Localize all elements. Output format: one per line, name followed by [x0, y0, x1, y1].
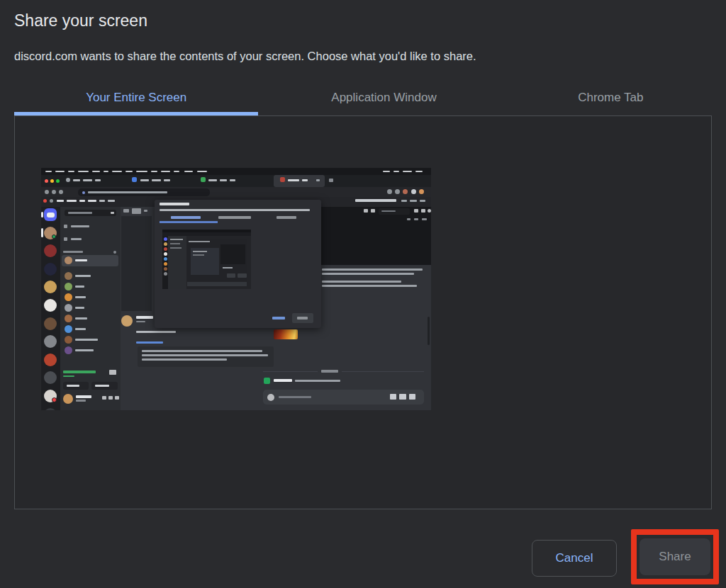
thumb-shape	[193, 251, 207, 252]
thumb-shape	[108, 200, 115, 203]
thumb-shape	[152, 179, 161, 181]
thumb-shape	[50, 199, 53, 203]
thumb-shape	[75, 317, 87, 320]
thumb-window-title	[355, 199, 396, 202]
thumb-shape	[187, 282, 247, 286]
thumb-inbox-icon	[414, 209, 418, 213]
thumb-shape	[414, 218, 418, 220]
thumb-mini-avatar-dot	[164, 267, 167, 271]
thumb-extension-icon	[411, 189, 416, 194]
thumb-date-divider-label	[321, 370, 338, 373]
thumb-stream-icon	[264, 378, 270, 384]
thumb-shape	[125, 171, 133, 173]
thumb-shape	[75, 275, 91, 278]
thumb-shape	[220, 244, 245, 264]
thumb-sticker-icon	[409, 394, 415, 400]
thumb-shape	[136, 331, 176, 333]
thumb-shape	[113, 251, 116, 254]
preview-panel	[14, 115, 712, 509]
thumb-shape	[76, 395, 91, 398]
thumb-shape	[160, 209, 310, 211]
thumb-shape	[193, 254, 204, 256]
thumb-section-header	[63, 251, 83, 253]
thumb-channel-icon	[64, 225, 67, 228]
thumb-members-icon	[371, 209, 375, 213]
thumb-stream-region	[320, 207, 431, 265]
thumb-shape	[223, 267, 233, 268]
cancel-button[interactable]: Cancel	[532, 540, 617, 577]
thumb-shape	[75, 296, 86, 299]
thumb-dm-avatar	[65, 325, 72, 333]
thumb-nested-underline	[160, 221, 218, 223]
thumb-extension-icon	[419, 189, 424, 194]
thumb-shape	[142, 354, 268, 356]
thumb-shape	[112, 171, 122, 173]
thumb-date-divider-line	[263, 371, 424, 372]
thumb-server-indicator	[41, 212, 43, 217]
thumb-shape	[170, 243, 180, 244]
tab-application-window[interactable]: Application Window	[258, 84, 509, 112]
thumb-shape	[75, 339, 98, 341]
thumb-voice-status	[63, 371, 96, 373]
thumb-shape	[220, 179, 227, 181]
thumb-shape	[123, 209, 129, 213]
thumb-shape	[297, 317, 308, 320]
thumb-dm-avatar	[65, 315, 72, 322]
thumb-nested-cancel	[272, 317, 285, 320]
thumb-embed-image	[274, 329, 298, 339]
thumb-popout	[121, 216, 152, 311]
thumb-shape	[95, 179, 101, 181]
screen-preview-thumbnail[interactable]	[41, 168, 431, 410]
thumb-favicon-gray	[66, 178, 70, 182]
thumb-shape	[75, 349, 94, 352]
thumb-dm-avatar	[65, 272, 72, 280]
thumb-shape	[83, 179, 92, 181]
thumb-mini-avatar-dot	[164, 242, 167, 246]
thumb-favicon-blue	[132, 177, 137, 182]
thumb-shape	[136, 321, 145, 323]
thumb-shape	[88, 191, 167, 193]
thumb-shape	[277, 216, 296, 219]
thumb-shape	[67, 200, 77, 203]
share-button[interactable]: Share	[640, 538, 710, 575]
thumb-server-avatar	[44, 299, 57, 312]
thumb-dm-avatar	[65, 283, 72, 290]
thumb-shape	[95, 385, 109, 387]
thumb-shape	[316, 179, 320, 181]
tab-your-entire-screen[interactable]: Your Entire Screen	[14, 84, 258, 112]
thumb-gift-icon	[390, 394, 396, 400]
thumb-shape	[407, 218, 411, 220]
thumb-dm-avatar	[65, 256, 72, 264]
thumb-server-avatar	[44, 317, 57, 330]
thumb-shape	[227, 273, 235, 278]
thumb-shape	[393, 171, 399, 173]
thumb-shape	[71, 225, 89, 227]
thumb-shape	[75, 259, 87, 262]
thumb-shape	[302, 179, 308, 181]
thumb-shape	[161, 171, 170, 173]
thumb-pin-icon	[364, 209, 368, 213]
thumb-user-avatar	[63, 394, 73, 404]
thumb-shape	[401, 200, 407, 203]
thumb-shape	[144, 210, 147, 212]
thumb-shape	[71, 238, 82, 240]
thumb-extension-icon	[387, 189, 392, 194]
thumb-shape	[99, 200, 105, 203]
thumb-shape	[142, 358, 227, 361]
thumb-traffic-light-close	[45, 179, 48, 183]
thumb-shape	[151, 171, 157, 173]
thumb-mic-icon	[102, 396, 106, 400]
thumb-dm-avatar	[65, 336, 72, 344]
thumb-shape	[142, 350, 262, 352]
thumb-discord-glyph	[47, 213, 55, 217]
thumb-traffic-light-minimize	[50, 179, 54, 183]
thumb-shape	[383, 171, 390, 173]
thumb-attach-icon	[267, 394, 274, 401]
tab-chrome-tab[interactable]: Chrome Tab	[510, 84, 712, 112]
thumb-status-dot	[52, 234, 56, 239]
thumb-shape	[381, 210, 396, 213]
dialog-title: Share your screen	[14, 11, 147, 30]
thumb-shape	[288, 179, 299, 181]
thumb-shape	[422, 218, 427, 220]
thumb-mini-avatar-dot	[164, 237, 167, 241]
